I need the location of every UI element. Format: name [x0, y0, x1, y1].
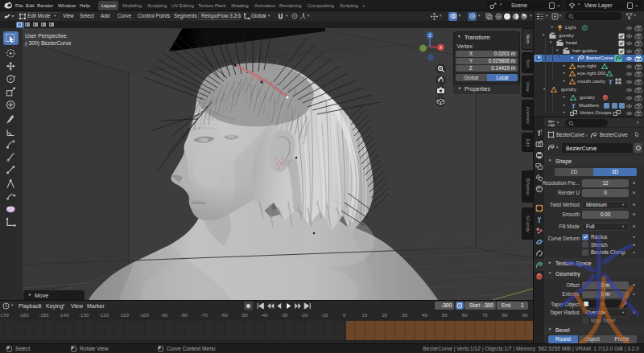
svg-text:X: X: [439, 45, 442, 50]
svg-text:Z: Z: [428, 33, 431, 38]
